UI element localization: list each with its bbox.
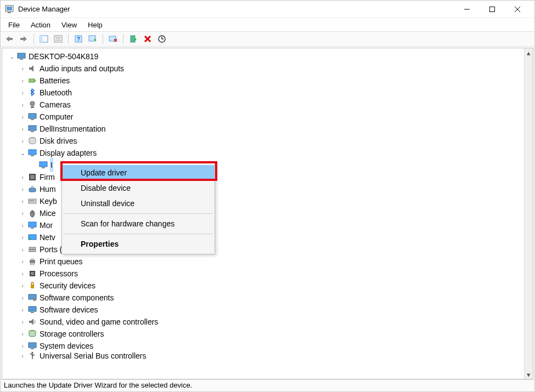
ctx-update-driver[interactable]: Update driver: [62, 165, 215, 180]
svg-point-63: [33, 298, 36, 301]
tree-node[interactable]: ›Universal Serial Bus controllers: [5, 352, 524, 360]
tree-node-label: Hum: [40, 183, 56, 195]
tree-node[interactable]: ›Print queues: [5, 255, 524, 268]
computer-icon: [27, 112, 37, 121]
tree-node-label: Display adapters: [40, 147, 97, 159]
tree-node[interactable]: ›Sound, video and game controllers: [5, 316, 524, 328]
minimize-button[interactable]: [454, 1, 480, 18]
svg-rect-44: [31, 200, 32, 201]
expand-icon[interactable]: ›: [19, 268, 26, 280]
app-icon: [5, 5, 14, 14]
tree-node[interactable]: ›Batteries: [5, 75, 524, 87]
window-title: Device Manager: [18, 5, 454, 13]
forward-button[interactable]: [17, 33, 30, 45]
svg-rect-57: [31, 258, 34, 260]
tree-node[interactable]: ›DellInstrumentation: [5, 123, 524, 135]
expand-icon[interactable]: ›: [19, 99, 26, 111]
help-button[interactable]: ?: [72, 33, 85, 45]
tree-node[interactable]: ›System devices: [5, 340, 524, 352]
sound-icon: [27, 317, 37, 326]
vertical-scrollbar[interactable]: ▴ ▾: [524, 48, 533, 379]
expand-icon[interactable]: ›: [19, 219, 26, 231]
close-button[interactable]: [505, 1, 530, 18]
tree-node-label: I: [50, 159, 53, 171]
battery-icon: [27, 76, 37, 85]
svg-point-51: [30, 238, 31, 240]
expand-icon[interactable]: ›: [19, 183, 26, 195]
tree-node-label: Audio inputs and outputs: [40, 63, 124, 75]
scan-hardware-button[interactable]: [155, 33, 168, 45]
svg-rect-35: [31, 155, 34, 156]
ctx-scan-hardware[interactable]: Scan for hardware changes: [62, 216, 215, 231]
tree-node-label: Bluetooth: [40, 87, 72, 99]
menu-action[interactable]: Action: [26, 20, 55, 30]
expand-icon[interactable]: ›: [19, 352, 26, 360]
tree-node[interactable]: ›Software devices: [5, 304, 524, 316]
tree-node[interactable]: ›Storage controllers: [5, 328, 524, 340]
tree-node-label: DellInstrumentation: [40, 123, 106, 135]
menu-view[interactable]: View: [57, 20, 81, 30]
tree-root[interactable]: ⌄DESKTOP-504K819: [5, 50, 524, 63]
scroll-up-icon[interactable]: ▴: [526, 49, 532, 56]
toolbar-separator: [103, 34, 103, 44]
expand-icon[interactable]: ›: [19, 340, 26, 352]
enable-device-button[interactable]: [127, 33, 140, 45]
back-button[interactable]: [3, 33, 16, 45]
expand-icon[interactable]: ⌄: [19, 147, 26, 159]
ctx-properties[interactable]: Properties: [62, 236, 215, 252]
expand-icon[interactable]: ›: [19, 316, 26, 328]
disable-device-button[interactable]: [106, 33, 120, 45]
update-driver-button[interactable]: [86, 33, 99, 45]
tree-node[interactable]: ⌄Display adapters: [5, 147, 524, 159]
context-menu: Update driver Disable device Uninstall d…: [61, 162, 215, 254]
expand-icon[interactable]: ›: [19, 328, 26, 340]
tree-node-label: Firm: [40, 171, 55, 183]
tree-node[interactable]: ›Processors: [5, 268, 524, 280]
tree-node[interactable]: ›Computer: [5, 111, 524, 123]
expand-icon[interactable]: ›: [19, 280, 26, 292]
svg-rect-39: [30, 175, 35, 179]
tree-node[interactable]: ›Cameras: [5, 99, 524, 111]
tree-node[interactable]: ›Software components: [5, 292, 524, 304]
ctx-disable-device[interactable]: Disable device: [62, 180, 215, 196]
svg-rect-7: [9, 38, 13, 40]
expand-icon[interactable]: ›: [19, 111, 26, 123]
ctx-uninstall-device[interactable]: Uninstall device: [62, 196, 215, 211]
svg-rect-18: [109, 36, 116, 41]
expand-icon[interactable]: ›: [19, 207, 26, 219]
svg-rect-8: [20, 38, 24, 40]
menu-help[interactable]: Help: [83, 20, 107, 30]
tree-node[interactable]: ›Disk drives: [5, 135, 524, 147]
show-hide-tree-button[interactable]: [37, 33, 50, 45]
expand-icon[interactable]: ›: [19, 255, 26, 268]
tree-node[interactable]: ›Security devices: [5, 280, 524, 292]
expand-icon[interactable]: ›: [19, 231, 26, 243]
expand-icon[interactable]: ›: [19, 63, 26, 75]
tree-node-label: Universal Serial Bus controllers: [40, 352, 147, 360]
expand-icon[interactable]: ›: [19, 292, 26, 304]
svg-rect-61: [31, 285, 34, 288]
tree-node-label: Cameras: [40, 99, 71, 111]
system-icon: [27, 342, 37, 350]
tree-view[interactable]: ⌄DESKTOP-504K819›Audio inputs and output…: [2, 48, 533, 379]
expand-icon[interactable]: ›: [19, 195, 26, 207]
svg-rect-10: [40, 36, 43, 42]
svg-rect-24: [20, 59, 23, 60]
uninstall-device-button[interactable]: [141, 33, 154, 45]
tree-node[interactable]: ›Audio inputs and outputs: [5, 63, 524, 75]
expand-icon[interactable]: ›: [19, 75, 26, 87]
expand-icon[interactable]: ›: [19, 243, 26, 255]
maximize-button[interactable]: [480, 1, 505, 18]
svg-rect-45: [33, 200, 34, 201]
expand-icon[interactable]: ›: [19, 171, 26, 183]
tree-node[interactable]: ›Bluetooth: [5, 87, 524, 99]
menu-file[interactable]: File: [4, 20, 24, 30]
expand-icon[interactable]: ›: [19, 87, 26, 99]
toolbar: ?: [1, 31, 534, 47]
expand-icon[interactable]: ›: [19, 123, 26, 135]
expand-icon[interactable]: ›: [19, 135, 26, 147]
collapse-icon[interactable]: ⌄: [8, 50, 15, 63]
properties-button[interactable]: [52, 33, 65, 45]
expand-icon[interactable]: ›: [19, 304, 26, 316]
scroll-down-icon[interactable]: ▾: [526, 371, 532, 378]
